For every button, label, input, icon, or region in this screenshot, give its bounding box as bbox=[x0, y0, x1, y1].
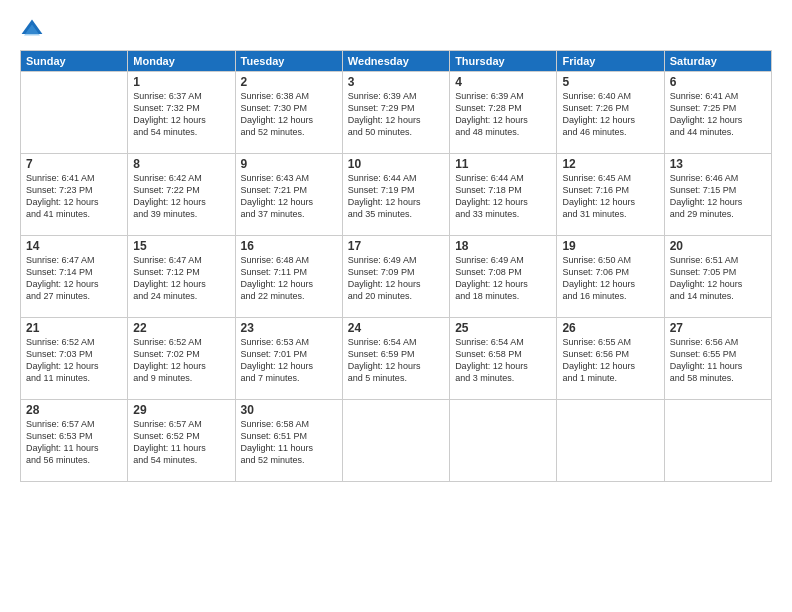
calendar-cell: 6Sunrise: 6:41 AM Sunset: 7:25 PM Daylig… bbox=[664, 72, 771, 154]
day-info: Sunrise: 6:52 AM Sunset: 7:03 PM Dayligh… bbox=[26, 336, 122, 385]
calendar-cell: 12Sunrise: 6:45 AM Sunset: 7:16 PM Dayli… bbox=[557, 154, 664, 236]
day-info: Sunrise: 6:39 AM Sunset: 7:29 PM Dayligh… bbox=[348, 90, 444, 139]
day-info: Sunrise: 6:46 AM Sunset: 7:15 PM Dayligh… bbox=[670, 172, 766, 221]
day-info: Sunrise: 6:41 AM Sunset: 7:25 PM Dayligh… bbox=[670, 90, 766, 139]
calendar-cell bbox=[664, 400, 771, 482]
day-number: 18 bbox=[455, 239, 551, 253]
calendar-cell: 7Sunrise: 6:41 AM Sunset: 7:23 PM Daylig… bbox=[21, 154, 128, 236]
day-info: Sunrise: 6:53 AM Sunset: 7:01 PM Dayligh… bbox=[241, 336, 337, 385]
calendar-header-sunday: Sunday bbox=[21, 51, 128, 72]
day-info: Sunrise: 6:45 AM Sunset: 7:16 PM Dayligh… bbox=[562, 172, 658, 221]
day-number: 7 bbox=[26, 157, 122, 171]
calendar-header-monday: Monday bbox=[128, 51, 235, 72]
calendar-week-row: 7Sunrise: 6:41 AM Sunset: 7:23 PM Daylig… bbox=[21, 154, 772, 236]
day-info: Sunrise: 6:49 AM Sunset: 7:09 PM Dayligh… bbox=[348, 254, 444, 303]
header bbox=[20, 18, 772, 42]
day-info: Sunrise: 6:44 AM Sunset: 7:19 PM Dayligh… bbox=[348, 172, 444, 221]
day-info: Sunrise: 6:50 AM Sunset: 7:06 PM Dayligh… bbox=[562, 254, 658, 303]
calendar-header-wednesday: Wednesday bbox=[342, 51, 449, 72]
day-number: 15 bbox=[133, 239, 229, 253]
day-number: 11 bbox=[455, 157, 551, 171]
day-number: 27 bbox=[670, 321, 766, 335]
day-number: 29 bbox=[133, 403, 229, 417]
calendar-cell: 10Sunrise: 6:44 AM Sunset: 7:19 PM Dayli… bbox=[342, 154, 449, 236]
day-number: 25 bbox=[455, 321, 551, 335]
day-info: Sunrise: 6:54 AM Sunset: 6:58 PM Dayligh… bbox=[455, 336, 551, 385]
calendar-cell bbox=[557, 400, 664, 482]
calendar-cell: 27Sunrise: 6:56 AM Sunset: 6:55 PM Dayli… bbox=[664, 318, 771, 400]
calendar-week-row: 1Sunrise: 6:37 AM Sunset: 7:32 PM Daylig… bbox=[21, 72, 772, 154]
calendar-cell: 8Sunrise: 6:42 AM Sunset: 7:22 PM Daylig… bbox=[128, 154, 235, 236]
day-number: 14 bbox=[26, 239, 122, 253]
calendar-cell: 23Sunrise: 6:53 AM Sunset: 7:01 PM Dayli… bbox=[235, 318, 342, 400]
calendar-cell: 22Sunrise: 6:52 AM Sunset: 7:02 PM Dayli… bbox=[128, 318, 235, 400]
day-number: 5 bbox=[562, 75, 658, 89]
day-info: Sunrise: 6:47 AM Sunset: 7:14 PM Dayligh… bbox=[26, 254, 122, 303]
day-info: Sunrise: 6:42 AM Sunset: 7:22 PM Dayligh… bbox=[133, 172, 229, 221]
calendar-header-saturday: Saturday bbox=[664, 51, 771, 72]
calendar-cell: 25Sunrise: 6:54 AM Sunset: 6:58 PM Dayli… bbox=[450, 318, 557, 400]
day-number: 6 bbox=[670, 75, 766, 89]
calendar-cell: 15Sunrise: 6:47 AM Sunset: 7:12 PM Dayli… bbox=[128, 236, 235, 318]
calendar-cell: 24Sunrise: 6:54 AM Sunset: 6:59 PM Dayli… bbox=[342, 318, 449, 400]
calendar-cell bbox=[21, 72, 128, 154]
day-number: 4 bbox=[455, 75, 551, 89]
day-number: 13 bbox=[670, 157, 766, 171]
day-number: 1 bbox=[133, 75, 229, 89]
day-info: Sunrise: 6:48 AM Sunset: 7:11 PM Dayligh… bbox=[241, 254, 337, 303]
day-number: 3 bbox=[348, 75, 444, 89]
day-info: Sunrise: 6:44 AM Sunset: 7:18 PM Dayligh… bbox=[455, 172, 551, 221]
day-info: Sunrise: 6:56 AM Sunset: 6:55 PM Dayligh… bbox=[670, 336, 766, 385]
calendar-cell: 3Sunrise: 6:39 AM Sunset: 7:29 PM Daylig… bbox=[342, 72, 449, 154]
logo-icon bbox=[20, 18, 44, 42]
day-info: Sunrise: 6:43 AM Sunset: 7:21 PM Dayligh… bbox=[241, 172, 337, 221]
calendar-cell: 9Sunrise: 6:43 AM Sunset: 7:21 PM Daylig… bbox=[235, 154, 342, 236]
calendar-cell: 28Sunrise: 6:57 AM Sunset: 6:53 PM Dayli… bbox=[21, 400, 128, 482]
calendar-cell: 26Sunrise: 6:55 AM Sunset: 6:56 PM Dayli… bbox=[557, 318, 664, 400]
calendar-cell: 16Sunrise: 6:48 AM Sunset: 7:11 PM Dayli… bbox=[235, 236, 342, 318]
day-info: Sunrise: 6:39 AM Sunset: 7:28 PM Dayligh… bbox=[455, 90, 551, 139]
day-number: 26 bbox=[562, 321, 658, 335]
day-number: 21 bbox=[26, 321, 122, 335]
calendar-week-row: 21Sunrise: 6:52 AM Sunset: 7:03 PM Dayli… bbox=[21, 318, 772, 400]
calendar-cell: 19Sunrise: 6:50 AM Sunset: 7:06 PM Dayli… bbox=[557, 236, 664, 318]
calendar-cell: 1Sunrise: 6:37 AM Sunset: 7:32 PM Daylig… bbox=[128, 72, 235, 154]
calendar-cell: 21Sunrise: 6:52 AM Sunset: 7:03 PM Dayli… bbox=[21, 318, 128, 400]
day-number: 23 bbox=[241, 321, 337, 335]
day-number: 20 bbox=[670, 239, 766, 253]
day-info: Sunrise: 6:51 AM Sunset: 7:05 PM Dayligh… bbox=[670, 254, 766, 303]
day-number: 22 bbox=[133, 321, 229, 335]
calendar-cell bbox=[450, 400, 557, 482]
day-number: 9 bbox=[241, 157, 337, 171]
logo bbox=[20, 18, 46, 42]
day-number: 19 bbox=[562, 239, 658, 253]
calendar-header-thursday: Thursday bbox=[450, 51, 557, 72]
day-info: Sunrise: 6:52 AM Sunset: 7:02 PM Dayligh… bbox=[133, 336, 229, 385]
day-number: 30 bbox=[241, 403, 337, 417]
day-info: Sunrise: 6:57 AM Sunset: 6:52 PM Dayligh… bbox=[133, 418, 229, 467]
calendar-cell: 13Sunrise: 6:46 AM Sunset: 7:15 PM Dayli… bbox=[664, 154, 771, 236]
day-info: Sunrise: 6:47 AM Sunset: 7:12 PM Dayligh… bbox=[133, 254, 229, 303]
calendar-cell: 11Sunrise: 6:44 AM Sunset: 7:18 PM Dayli… bbox=[450, 154, 557, 236]
day-number: 16 bbox=[241, 239, 337, 253]
calendar-cell: 29Sunrise: 6:57 AM Sunset: 6:52 PM Dayli… bbox=[128, 400, 235, 482]
day-number: 24 bbox=[348, 321, 444, 335]
day-info: Sunrise: 6:38 AM Sunset: 7:30 PM Dayligh… bbox=[241, 90, 337, 139]
day-number: 28 bbox=[26, 403, 122, 417]
day-info: Sunrise: 6:41 AM Sunset: 7:23 PM Dayligh… bbox=[26, 172, 122, 221]
day-info: Sunrise: 6:40 AM Sunset: 7:26 PM Dayligh… bbox=[562, 90, 658, 139]
day-number: 2 bbox=[241, 75, 337, 89]
calendar-cell: 20Sunrise: 6:51 AM Sunset: 7:05 PM Dayli… bbox=[664, 236, 771, 318]
calendar-cell: 4Sunrise: 6:39 AM Sunset: 7:28 PM Daylig… bbox=[450, 72, 557, 154]
calendar-cell: 17Sunrise: 6:49 AM Sunset: 7:09 PM Dayli… bbox=[342, 236, 449, 318]
day-info: Sunrise: 6:55 AM Sunset: 6:56 PM Dayligh… bbox=[562, 336, 658, 385]
day-number: 17 bbox=[348, 239, 444, 253]
day-number: 10 bbox=[348, 157, 444, 171]
day-info: Sunrise: 6:57 AM Sunset: 6:53 PM Dayligh… bbox=[26, 418, 122, 467]
calendar-cell: 30Sunrise: 6:58 AM Sunset: 6:51 PM Dayli… bbox=[235, 400, 342, 482]
calendar-table: SundayMondayTuesdayWednesdayThursdayFrid… bbox=[20, 50, 772, 482]
day-info: Sunrise: 6:37 AM Sunset: 7:32 PM Dayligh… bbox=[133, 90, 229, 139]
calendar-header-tuesday: Tuesday bbox=[235, 51, 342, 72]
day-info: Sunrise: 6:54 AM Sunset: 6:59 PM Dayligh… bbox=[348, 336, 444, 385]
page: SundayMondayTuesdayWednesdayThursdayFrid… bbox=[0, 0, 792, 612]
